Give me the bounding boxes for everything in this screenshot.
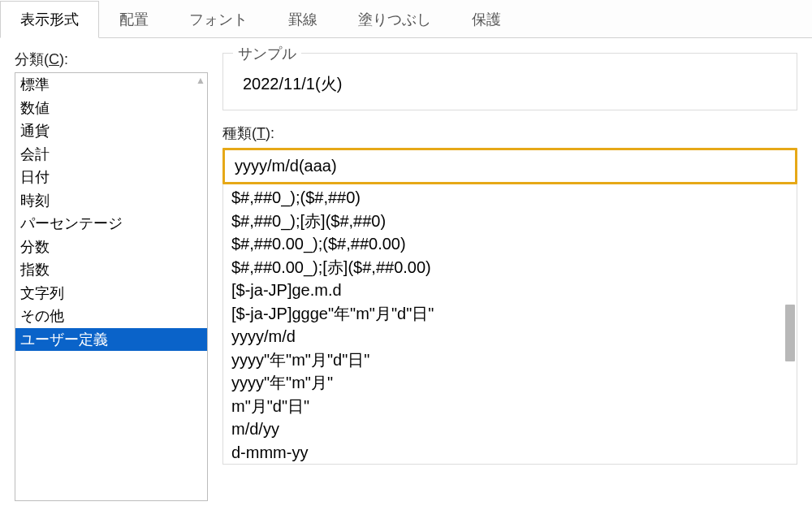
type-list-item[interactable]: [$-ja-JP]ggge"年"m"月"d"日": [231, 302, 788, 326]
category-item-fraction[interactable]: 分数: [15, 236, 207, 259]
type-list-item[interactable]: [$-ja-JP]ge.m.d: [231, 279, 788, 302]
category-item-text[interactable]: 文字列: [15, 282, 207, 305]
category-listbox[interactable]: ▲ 標準 数値 通貨 会計 日付 時刻 パーセンテージ 分数 指数 文字列 その…: [15, 72, 208, 501]
tab-protection[interactable]: 保護: [451, 1, 521, 38]
tab-fill[interactable]: 塗りつぶし: [338, 1, 451, 38]
type-label-suffix: ):: [266, 125, 274, 141]
scroll-up-icon[interactable]: ▲: [196, 75, 205, 86]
category-item-currency[interactable]: 通貨: [15, 119, 207, 143]
type-list-item[interactable]: yyyy"年"m"月": [231, 371, 788, 395]
type-list-item[interactable]: $#,##0.00_);($#,##0.00): [231, 232, 788, 256]
category-item-custom[interactable]: ユーザー定義: [15, 328, 207, 352]
category-label-suffix: ):: [59, 51, 68, 67]
category-item-percentage[interactable]: パーセンテージ: [15, 212, 207, 236]
type-listbox[interactable]: $#,##0_);($#,##0) $#,##0_);[赤]($#,##0) $…: [222, 184, 797, 465]
tab-font[interactable]: フォント: [169, 1, 268, 38]
type-list-item[interactable]: $#,##0.00_);[赤]($#,##0.00): [231, 256, 788, 279]
type-label-key: T: [257, 125, 266, 141]
type-input[interactable]: [222, 148, 797, 184]
category-item-date[interactable]: 日付: [15, 166, 207, 189]
sample-value: 2022/11/1(火): [236, 65, 784, 95]
type-list-item[interactable]: $#,##0_);($#,##0): [231, 186, 788, 210]
type-list-scrollbar[interactable]: [782, 184, 795, 464]
category-item-scientific[interactable]: 指数: [15, 258, 207, 282]
tab-bar: 表示形式 配置 フォント 罫線 塗りつぶし 保護: [0, 0, 812, 38]
category-label: 分類(C):: [15, 50, 208, 69]
category-item-special[interactable]: その他: [15, 305, 207, 328]
tab-border[interactable]: 罫線: [268, 1, 338, 38]
category-label-prefix: 分類(: [15, 51, 49, 67]
sample-group: サンプル 2022/11/1(火): [222, 53, 797, 110]
type-label: 種類(T):: [222, 123, 797, 143]
category-item-number[interactable]: 数値: [15, 97, 207, 120]
category-label-key: C: [49, 51, 59, 67]
type-list-item[interactable]: m/d/yy: [231, 417, 788, 441]
sample-legend: サンプル: [233, 44, 301, 63]
type-list-item[interactable]: d-mmm-yy: [231, 441, 788, 465]
tab-alignment[interactable]: 配置: [99, 1, 169, 38]
scrollbar-thumb[interactable]: [785, 305, 795, 361]
type-label-prefix: 種類(: [222, 125, 257, 141]
category-item-accounting[interactable]: 会計: [15, 143, 207, 167]
tab-number-format[interactable]: 表示形式: [0, 1, 99, 38]
category-item-time[interactable]: 時刻: [15, 189, 207, 213]
type-list-item[interactable]: yyyy/m/d: [231, 325, 788, 348]
type-list-item[interactable]: yyyy"年"m"月"d"日": [231, 348, 788, 372]
category-item-standard[interactable]: 標準: [15, 73, 207, 97]
type-list-item[interactable]: $#,##0_);[赤]($#,##0): [231, 210, 788, 233]
type-list-item[interactable]: m"月"d"日": [231, 395, 788, 418]
